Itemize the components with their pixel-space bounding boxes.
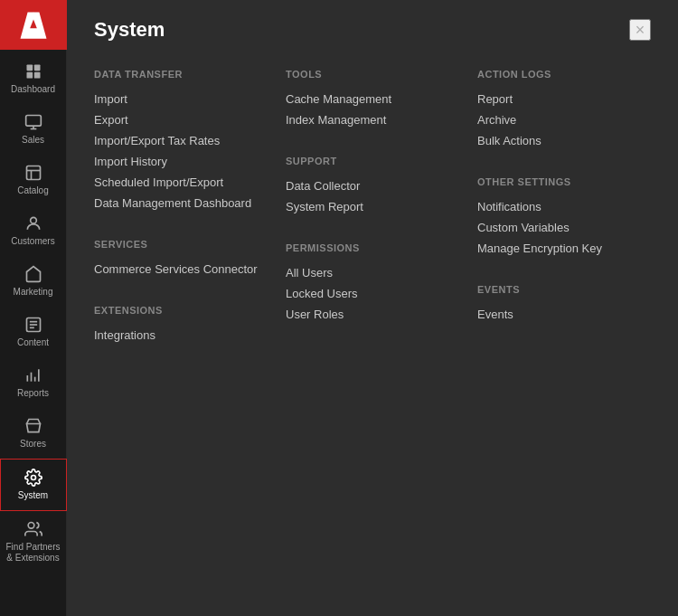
close-button[interactable]: × — [629, 19, 651, 41]
sidebar: Dashboard Sales Catalog Customers Market… — [0, 0, 67, 616]
sidebar-item-label: Catalog — [17, 185, 48, 196]
menu-item-cache-management[interactable]: Cache Management — [286, 89, 459, 109]
sidebar-item-reports[interactable]: Reports — [0, 357, 67, 408]
sidebar-item-marketing[interactable]: Marketing — [0, 256, 67, 307]
sidebar-item-label: Stores — [20, 439, 46, 450]
menu-section-data-transfer: DATA TRANSFERImportExportImport/Export T… — [94, 69, 268, 213]
menu-item-scheduled-import-export[interactable]: Scheduled Import/Export — [94, 172, 268, 193]
section-title: ACTION LOGS — [477, 69, 651, 80]
sidebar-item-content[interactable]: Content — [0, 307, 67, 357]
menu-item-system-report[interactable]: System Report — [286, 196, 459, 217]
marketing-icon — [24, 265, 42, 283]
sidebar-item-label: Reports — [17, 388, 49, 399]
sidebar-item-label: System — [18, 490, 48, 501]
menu-item-user-roles[interactable]: User Roles — [286, 304, 459, 325]
menu-section-other-settings: OTHER SETTINGSNotificationsCustom Variab… — [477, 176, 651, 259]
menu-column: DATA TRANSFERImportExportImport/Export T… — [94, 69, 268, 371]
menu-item-index-management[interactable]: Index Management — [286, 109, 459, 130]
system-icon — [24, 469, 42, 487]
section-title: TOOLS — [286, 69, 459, 80]
menu-item-archive[interactable]: Archive — [477, 109, 651, 130]
menu-item-commerce-services-connector[interactable]: Commerce Services Connector — [94, 259, 268, 280]
sidebar-item-label: Customers — [11, 236, 54, 247]
reports-icon — [24, 366, 42, 384]
menu-grid: DATA TRANSFERImportExportImport/Export T… — [94, 69, 651, 371]
menu-column: TOOLSCache ManagementIndex ManagementSUP… — [286, 69, 459, 371]
sidebar-item-dashboard[interactable]: Dashboard — [0, 53, 67, 104]
section-title: PERMISSIONS — [286, 242, 459, 253]
adobe-logo-icon — [19, 11, 48, 40]
menu-item-import-export-tax-rates[interactable]: Import/Export Tax Rates — [94, 130, 268, 151]
sidebar-item-catalog[interactable]: Catalog — [0, 155, 67, 205]
menu-item-custom-variables[interactable]: Custom Variables — [477, 217, 651, 238]
svg-point-12 — [30, 217, 36, 223]
menu-item-all-users[interactable]: All Users — [286, 262, 459, 283]
menu-item-import-history[interactable]: Import History — [94, 151, 268, 172]
page-title: System — [94, 18, 165, 42]
menu-item-report[interactable]: Report — [477, 89, 651, 109]
sidebar-item-label: Sales — [22, 135, 44, 146]
sidebar-item-label: Dashboard — [11, 84, 55, 95]
svg-rect-3 — [33, 65, 40, 71]
sidebar-item-customers[interactable]: Customers — [0, 205, 67, 256]
main-content: System × DATA TRANSFERImportExportImport… — [67, 0, 678, 616]
sidebar-item-label: Marketing — [14, 287, 53, 298]
menu-section-support: SUPPORTData CollectorSystem Report — [286, 156, 459, 217]
menu-item-data-collector[interactable]: Data Collector — [286, 175, 459, 196]
svg-rect-9 — [26, 166, 40, 180]
svg-rect-6 — [25, 116, 41, 127]
sidebar-item-label: Find Partners & Extensions — [4, 542, 63, 564]
stores-icon — [24, 417, 42, 435]
menu-item-manage-encryption-key[interactable]: Manage Encryption Key — [477, 238, 651, 259]
page-header: System × — [94, 18, 651, 42]
menu-section-permissions: PERMISSIONSAll UsersLocked UsersUser Rol… — [286, 242, 459, 325]
section-title: SERVICES — [94, 239, 268, 250]
menu-section-action-logs: ACTION LOGSReportArchiveBulk Actions — [477, 69, 651, 151]
menu-section-events: EVENTSEvents — [477, 284, 651, 325]
svg-rect-4 — [26, 72, 33, 79]
section-title: DATA TRANSFER — [94, 69, 268, 80]
section-title: EXTENSIONS — [94, 305, 268, 316]
catalog-icon — [24, 164, 42, 182]
svg-rect-2 — [26, 65, 33, 71]
menu-section-services: SERVICESCommerce Services Connector — [94, 239, 268, 280]
menu-section-tools: TOOLSCache ManagementIndex Management — [286, 69, 459, 130]
sidebar-item-sales[interactable]: Sales — [0, 104, 67, 155]
menu-item-integrations[interactable]: Integrations — [94, 325, 268, 346]
sidebar-logo[interactable] — [0, 0, 67, 50]
menu-item-bulk-actions[interactable]: Bulk Actions — [477, 130, 651, 151]
menu-item-export[interactable]: Export — [94, 109, 268, 130]
section-title: OTHER SETTINGS — [477, 176, 651, 187]
customers-icon — [24, 214, 42, 232]
svg-rect-5 — [33, 72, 40, 79]
menu-column: ACTION LOGSReportArchiveBulk ActionsOTHE… — [477, 69, 651, 371]
content-icon — [24, 316, 42, 334]
menu-item-import[interactable]: Import — [94, 89, 268, 109]
menu-section-extensions: EXTENSIONSIntegrations — [94, 305, 268, 346]
dashboard-icon — [24, 62, 42, 81]
sales-icon — [24, 113, 42, 131]
menu-item-notifications[interactable]: Notifications — [477, 196, 651, 217]
section-title: SUPPORT — [286, 156, 459, 166]
menu-item-data-management-dashboard[interactable]: Data Management Dashboard — [94, 193, 268, 213]
menu-item-events-item[interactable]: Events — [477, 304, 651, 325]
menu-item-locked-users[interactable]: Locked Users — [286, 283, 459, 304]
section-title: EVENTS — [477, 284, 651, 295]
svg-point-21 — [31, 476, 35, 480]
sidebar-item-find-partners[interactable]: Find Partners & Extensions — [0, 511, 67, 573]
partners-icon — [24, 520, 42, 538]
sidebar-item-stores[interactable]: Stores — [0, 408, 67, 459]
sidebar-item-system[interactable]: System — [0, 459, 67, 511]
svg-point-22 — [28, 523, 34, 529]
sidebar-item-label: Content — [17, 337, 49, 348]
